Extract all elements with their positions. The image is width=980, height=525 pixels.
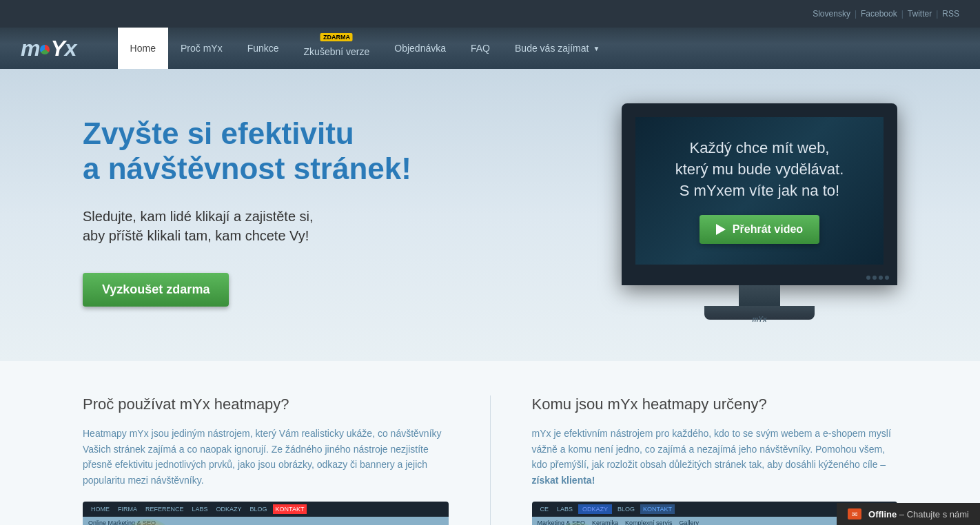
dropdown-arrow-icon: ▼ xyxy=(593,45,600,52)
monitor-wrap: Každý chce mít web,který mu bude vyděláv… xyxy=(622,103,897,320)
section-right-body: mYx je efektivním nástrojem pro každého,… xyxy=(532,426,898,488)
nav-home[interactable]: Home xyxy=(118,28,168,69)
logo-text: mYx xyxy=(21,36,76,61)
content-col-left: Proč používat mYx heatmapy? Heatmapy mYx… xyxy=(83,395,449,525)
twitter-link[interactable]: Twitter xyxy=(908,9,932,19)
top-bar: Slovensky | Facebook | Twitter | RSS xyxy=(0,0,980,28)
hero-subtitle: Sledujte, kam lidé klikají a zajistěte s… xyxy=(83,207,411,245)
heatmap-preview-left: HOME FIRMA REFERENCE LABS ODKAZY BLOG KO… xyxy=(83,502,449,525)
col-divider xyxy=(490,395,491,525)
section-left-heading: Proč používat mYx heatmapy? xyxy=(83,395,449,413)
nav-faq[interactable]: FAQ xyxy=(458,28,502,69)
facebook-link[interactable]: Facebook xyxy=(861,9,897,19)
nav-bude-vas[interactable]: Bude vás zajímat ▼ xyxy=(502,28,612,69)
play-icon xyxy=(716,224,726,235)
monitor-screen-text: Každý chce mít web,který mu bude vyděláv… xyxy=(675,138,844,201)
play-video-button[interactable]: Přehrát video xyxy=(700,215,819,244)
hero-cta-button[interactable]: Vyzkoušet zdarma xyxy=(83,273,229,307)
logo-dot-icon xyxy=(40,45,50,54)
slovensky-link[interactable]: Slovensky xyxy=(813,9,850,19)
hero-section: Zvyšte si efektivitua návštěvnost stráne… xyxy=(0,69,980,361)
header: mYx Home Proč mYx Funkce ZDARMA Zkušební… xyxy=(0,28,980,69)
offline-chat-widget[interactable]: ✉ Offline – Chatujte s námi xyxy=(837,503,980,525)
monitor: Každý chce mít web,který mu bude vyděláv… xyxy=(622,103,897,285)
nav-funkce[interactable]: Funkce xyxy=(235,28,292,69)
nav-badge-zdarma: ZDARMA xyxy=(320,33,353,41)
hero-left: Zvyšte si efektivitua návštěvnost stráne… xyxy=(83,116,411,307)
main-nav: Home Proč mYx Funkce ZDARMA Zkušební ver… xyxy=(118,28,613,69)
section-right-heading: Komu jsou mYx heatmapy určeny? xyxy=(532,395,898,413)
section-left-body: Heatmapy mYx jsou jediným nástrojem, kte… xyxy=(83,426,449,488)
offline-chat-text: Offline – Chatujte s námi xyxy=(868,509,969,519)
hero-title: Zvyšte si efektivitua návštěvnost stráne… xyxy=(83,116,411,186)
content-section: Proč používat mYx heatmapy? Heatmapy mYx… xyxy=(0,361,980,525)
nav-objednavka[interactable]: Objednávka xyxy=(382,28,458,69)
nav-zkusebni[interactable]: ZDARMA Zkušební verze xyxy=(292,28,382,69)
monitor-dots xyxy=(866,276,889,280)
monitor-stand-neck: mYx xyxy=(739,285,780,306)
nav-proc-myx[interactable]: Proč mYx xyxy=(168,28,235,69)
monitor-screen: Každý chce mít web,který mu bude vyděláv… xyxy=(635,117,884,265)
rss-link[interactable]: RSS xyxy=(942,9,959,19)
logo[interactable]: mYx xyxy=(21,36,76,61)
chat-envelope-icon: ✉ xyxy=(848,508,861,519)
heatmap-body-left: Online Marketing & SEO xyxy=(83,517,449,525)
